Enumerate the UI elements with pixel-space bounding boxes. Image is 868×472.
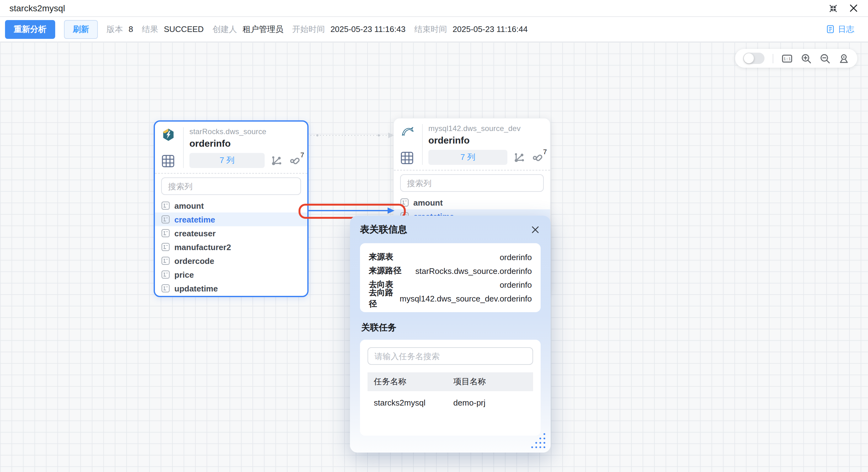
table-relation-popup: 表关联信息 来源表 orderinfo 来源路径 starRocks.dws_s…	[350, 215, 551, 452]
column-search-input[interactable]	[161, 177, 301, 195]
column-row[interactable]: createuser	[155, 226, 307, 240]
column-row[interactable]: updatetime	[155, 281, 307, 295]
canvas-controls: 1:1	[735, 49, 857, 68]
info-row: 来源路径 starRocks.dws_source.orderinfo	[369, 264, 532, 278]
column-row[interactable]: amount	[155, 199, 307, 212]
actual-size-icon[interactable]: 1:1	[781, 53, 793, 64]
titlebar: starcks2mysql	[0, 0, 868, 17]
table-name: orderinfo	[428, 135, 542, 145]
table-name: orderinfo	[189, 138, 300, 148]
field-version: 版本 8	[106, 24, 133, 35]
zoom-in-icon[interactable]	[801, 53, 811, 64]
zoom-out-icon[interactable]	[820, 53, 830, 64]
mysql-logo	[400, 124, 416, 145]
related-tasks-title: 关联任务	[361, 322, 540, 334]
table-grid-icon	[400, 151, 416, 165]
popup-close-icon[interactable]	[530, 225, 540, 235]
field-end-time: 结束时间 2025-05-23 11:16:44	[414, 24, 528, 35]
link-icon[interactable]: 7	[531, 152, 542, 163]
resize-handle[interactable]	[531, 433, 546, 449]
toolbar: 重新分析 刷新 版本 8 结果 SUCCEED 创建人 租户管理员 开始时间 2…	[0, 17, 868, 42]
datasource-path: mysql142.dws_source_dev	[428, 124, 542, 133]
lineage-canvas[interactable]: 1:1	[0, 42, 868, 472]
task-table-header: 任务名称 项目名称	[368, 372, 533, 391]
column-search-input[interactable]	[400, 174, 544, 192]
columns-count-badge[interactable]: 7 列	[428, 150, 507, 165]
controls-divider	[773, 54, 773, 63]
column-row-highlighted[interactable]: createtime	[155, 212, 307, 226]
task-table-row[interactable]: starcks2mysql demo-prj	[368, 391, 533, 414]
related-tasks-card: 任务名称 项目名称 starcks2mysql demo-prj	[360, 340, 540, 436]
link-count: 7	[543, 148, 547, 156]
reanalyze-button[interactable]: 重新分析	[5, 20, 55, 39]
table-grid-icon	[161, 154, 178, 168]
header-divider	[422, 124, 423, 165]
svg-text:1:1: 1:1	[783, 57, 791, 61]
link-icon[interactable]: 7	[288, 155, 300, 166]
task-table: 任务名称 项目名称 starcks2mysql demo-prj	[368, 372, 533, 414]
info-row: 来源表 orderinfo	[369, 250, 532, 264]
info-row: 去向路径 mysql142.dws_source_dev.orderinfo	[369, 292, 532, 305]
refresh-button[interactable]: 刷新	[64, 20, 98, 39]
lineage-window: starcks2mysql 重新分析 刷新 版本 8	[0, 0, 868, 472]
minimap-toggle[interactable]	[743, 53, 765, 64]
node-divider	[394, 170, 550, 170]
header-divider	[183, 127, 184, 168]
field-start-time: 开始时间 2025-05-23 11:16:43	[292, 24, 406, 35]
node-divider	[155, 173, 307, 174]
columns-count-badge[interactable]: 7 列	[189, 153, 265, 168]
field-creator: 创建人 租户管理员	[213, 24, 283, 35]
column-row[interactable]: price	[155, 268, 307, 281]
task-search-input[interactable]	[368, 347, 533, 365]
log-icon	[826, 25, 835, 34]
log-button[interactable]: 日志	[826, 24, 854, 35]
locate-icon[interactable]	[839, 53, 849, 64]
close-icon[interactable]	[848, 3, 859, 13]
table-edge	[309, 130, 398, 140]
compress-icon[interactable]	[829, 3, 838, 13]
starrocks-logo	[161, 127, 178, 148]
field-result: 结果 SUCCEED	[142, 24, 204, 35]
column-list: amount createtime createuser manufacture…	[155, 197, 307, 300]
node-starrocks-orderinfo[interactable]: starRocks.dws_source orderinfo 7 列	[154, 120, 309, 297]
column-row[interactable]: amount	[394, 196, 550, 209]
window-title: starcks2mysql	[9, 3, 65, 13]
column-row[interactable]: ordercode	[155, 254, 307, 268]
node-header: mysql142.dws_source_dev orderinfo 7 列	[394, 119, 550, 170]
column-row[interactable]: manufacturer2	[155, 240, 307, 254]
datasource-path: starRocks.dws_source	[189, 127, 300, 136]
node-header: starRocks.dws_source orderinfo 7 列	[155, 122, 307, 173]
lineage-icon[interactable]	[514, 152, 525, 163]
popup-title: 表关联信息	[360, 224, 407, 236]
relation-info-card: 来源表 orderinfo 来源路径 starRocks.dws_source.…	[360, 243, 540, 312]
link-count: 7	[301, 151, 304, 159]
lineage-icon[interactable]	[271, 155, 282, 166]
